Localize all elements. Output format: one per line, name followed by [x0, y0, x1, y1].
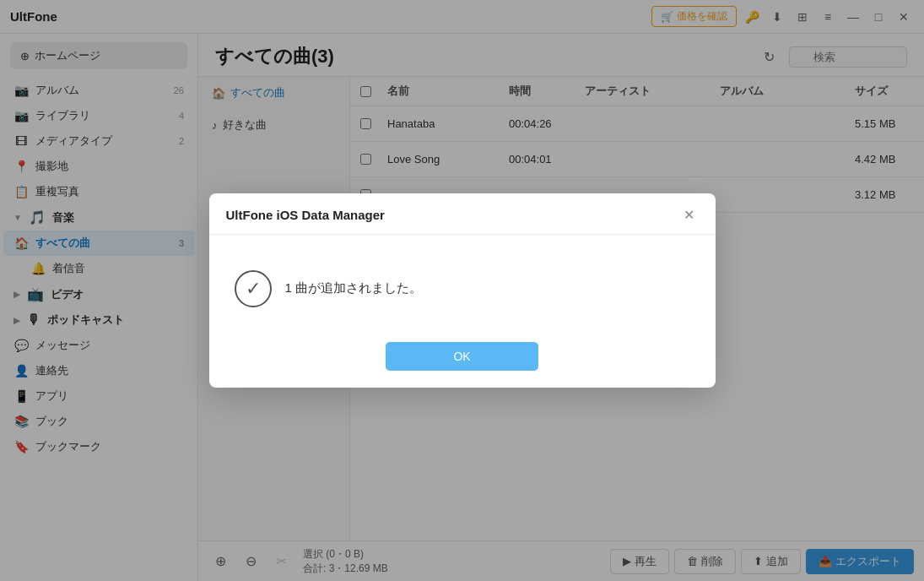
- success-icon: ✓: [235, 270, 272, 307]
- modal-dialog: UltFone iOS Data Manager ✕ ✓ 1 曲が追加されました…: [209, 193, 716, 388]
- modal-overlay: UltFone iOS Data Manager ✕ ✓ 1 曲が追加されました…: [0, 0, 924, 581]
- modal-title: UltFone iOS Data Manager: [226, 208, 385, 222]
- modal-footer: OK: [209, 325, 716, 388]
- ok-button[interactable]: OK: [386, 342, 538, 371]
- modal-header: UltFone iOS Data Manager ✕: [209, 193, 716, 235]
- modal-body: ✓ 1 曲が追加されました。: [209, 235, 716, 325]
- modal-close-button[interactable]: ✕: [680, 205, 699, 224]
- success-message: 1 曲が追加されました。: [285, 280, 423, 296]
